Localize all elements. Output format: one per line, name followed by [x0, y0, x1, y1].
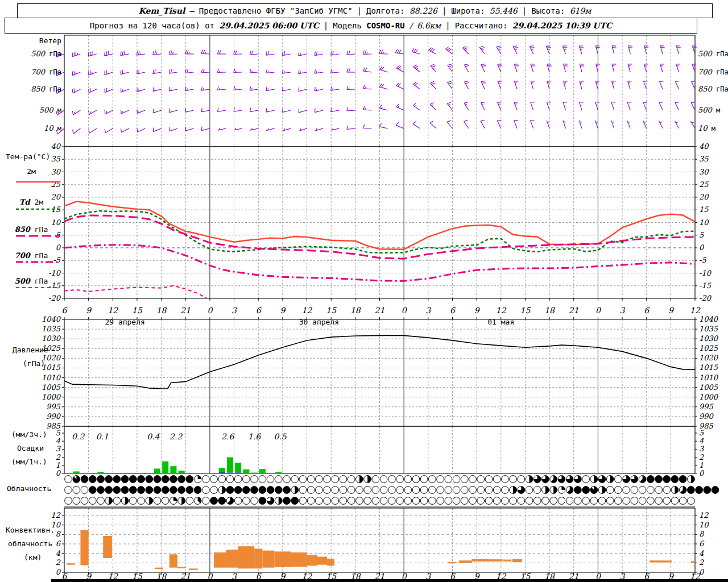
svg-text:40: 40 [699, 142, 709, 151]
svg-text:30: 30 [51, 168, 61, 176]
svg-text:1040: 1040 [42, 315, 61, 323]
svg-text:6: 6 [450, 306, 456, 315]
svg-text:1015: 1015 [699, 363, 718, 372]
svg-text:990: 990 [46, 412, 61, 421]
svg-text:12: 12 [51, 511, 60, 519]
svg-text:15: 15 [699, 205, 709, 214]
svg-text:700 гПа: 700 гПа [698, 68, 728, 76]
svg-text:2.2: 2.2 [169, 432, 183, 441]
svg-text:10: 10 [699, 218, 709, 227]
svg-text:4: 4 [56, 549, 61, 558]
svg-text:6: 6 [62, 306, 68, 315]
svg-text:15: 15 [326, 306, 337, 315]
svg-text:15: 15 [520, 306, 531, 315]
svg-text:5: 5 [699, 429, 704, 437]
svg-text:8: 8 [699, 530, 705, 538]
svg-text:9: 9 [280, 306, 286, 315]
svg-text:35: 35 [699, 155, 709, 163]
svg-text:3: 3 [425, 306, 431, 315]
svg-text:6: 6 [699, 539, 705, 548]
svg-text:12: 12 [690, 306, 701, 315]
svg-text:5: 5 [56, 429, 61, 437]
svg-text:850 гПа: 850 гПа [698, 85, 728, 93]
svg-text:18: 18 [350, 306, 361, 315]
svg-text:-5: -5 [699, 256, 706, 264]
svg-text:0: 0 [207, 306, 213, 315]
svg-text:5: 5 [699, 231, 704, 239]
svg-text:-10: -10 [699, 269, 712, 277]
svg-text:1010: 1010 [699, 373, 719, 382]
svg-text:-20: -20 [48, 294, 61, 302]
svg-text:2: 2 [56, 558, 61, 567]
svg-text:35: 35 [51, 155, 60, 163]
svg-text:10: 10 [51, 521, 61, 529]
svg-text:2: 2 [56, 453, 61, 462]
svg-text:1015: 1015 [42, 363, 61, 372]
svg-text:1040: 1040 [699, 315, 719, 323]
svg-text:700 гПа: 700 гПа [31, 68, 61, 76]
svg-text:1035: 1035 [699, 325, 718, 333]
svg-text:9: 9 [668, 306, 674, 315]
svg-text:8: 8 [56, 530, 61, 538]
svg-text:1.6: 1.6 [248, 432, 261, 441]
svg-text:15: 15 [132, 306, 143, 315]
svg-text:0.2: 0.2 [72, 432, 85, 441]
svg-text:850 гПа: 850 гПа [31, 85, 61, 93]
svg-text:3: 3 [699, 444, 705, 453]
svg-text:0: 0 [56, 243, 61, 252]
svg-text:12: 12 [107, 306, 118, 315]
svg-text:-5: -5 [53, 256, 60, 264]
svg-text:21: 21 [569, 306, 579, 315]
svg-text:6: 6 [644, 306, 650, 315]
svg-text:9: 9 [86, 306, 92, 315]
svg-text:10 м: 10 м [44, 124, 61, 132]
svg-text:9: 9 [474, 306, 480, 315]
svg-text:1025: 1025 [699, 344, 718, 352]
svg-text:30: 30 [699, 168, 709, 176]
svg-text:995: 995 [46, 402, 61, 411]
svg-text:0: 0 [56, 568, 61, 576]
svg-text:1000: 1000 [699, 393, 719, 401]
svg-text:0.4: 0.4 [147, 432, 160, 441]
svg-text:0: 0 [56, 469, 61, 477]
svg-text:21: 21 [375, 306, 385, 315]
svg-text:20: 20 [699, 193, 709, 201]
svg-text:1020: 1020 [699, 354, 719, 362]
svg-text:12: 12 [699, 511, 709, 519]
svg-text:10: 10 [699, 521, 709, 529]
svg-text:1005: 1005 [699, 383, 718, 392]
svg-text:-15: -15 [48, 281, 61, 290]
svg-text:500 гПа: 500 гПа [698, 49, 728, 58]
svg-text:6: 6 [256, 306, 262, 315]
svg-text:12: 12 [496, 306, 507, 315]
svg-text:500 гПа: 500 гПа [31, 49, 61, 58]
svg-text:0.1: 0.1 [96, 432, 109, 441]
svg-text:25: 25 [699, 180, 709, 189]
svg-text:500 м: 500 м [698, 106, 720, 114]
svg-text:5: 5 [56, 231, 61, 239]
svg-text:0: 0 [595, 306, 601, 315]
svg-text:2: 2 [699, 558, 704, 567]
svg-text:1000: 1000 [42, 393, 61, 401]
svg-text:1010: 1010 [42, 373, 61, 382]
meteogram-canvas: 500 гПа500 гПа700 гПа700 гПа850 гПа850 г… [0, 0, 728, 582]
svg-text:1030: 1030 [42, 334, 61, 343]
svg-text:18: 18 [544, 306, 555, 315]
svg-text:4: 4 [56, 436, 61, 445]
svg-text:40: 40 [51, 142, 61, 151]
svg-text:-10: -10 [48, 269, 61, 277]
svg-text:10: 10 [51, 218, 61, 227]
svg-text:1020: 1020 [42, 354, 61, 362]
svg-text:0: 0 [402, 306, 407, 315]
svg-text:29 апреля: 29 апреля [105, 318, 144, 326]
svg-text:0: 0 [699, 243, 705, 252]
svg-text:-15: -15 [699, 281, 712, 290]
svg-text:995: 995 [699, 402, 714, 411]
svg-text:4: 4 [699, 549, 704, 558]
svg-text:10 м: 10 м [698, 124, 715, 132]
svg-text:0: 0 [699, 568, 705, 576]
svg-text:0: 0 [699, 469, 705, 477]
svg-text:1025: 1025 [42, 344, 61, 352]
svg-text:1005: 1005 [42, 383, 61, 392]
svg-text:12: 12 [302, 306, 313, 315]
